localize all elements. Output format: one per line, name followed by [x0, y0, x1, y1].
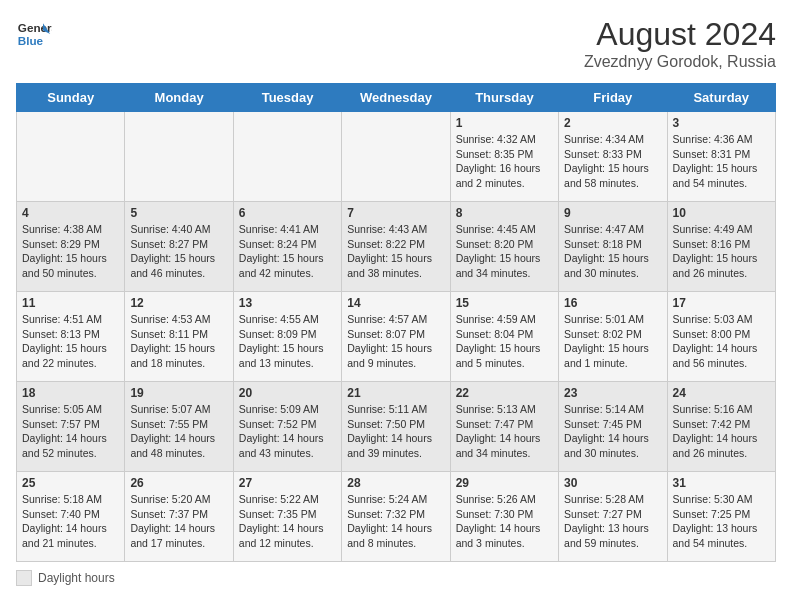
- day-header-tuesday: Tuesday: [233, 84, 341, 112]
- day-header-saturday: Saturday: [667, 84, 775, 112]
- day-info: Sunrise: 4:47 AM Sunset: 8:18 PM Dayligh…: [564, 222, 661, 281]
- week-row: 1Sunrise: 4:32 AM Sunset: 8:35 PM Daylig…: [17, 112, 776, 202]
- day-info: Sunrise: 5:01 AM Sunset: 8:02 PM Dayligh…: [564, 312, 661, 371]
- day-cell: 15Sunrise: 4:59 AM Sunset: 8:04 PM Dayli…: [450, 292, 558, 382]
- calendar-header: SundayMondayTuesdayWednesdayThursdayFrid…: [17, 84, 776, 112]
- day-cell: 10Sunrise: 4:49 AM Sunset: 8:16 PM Dayli…: [667, 202, 775, 292]
- footer: Daylight hours: [16, 570, 776, 586]
- day-number: 14: [347, 296, 444, 310]
- day-header-friday: Friday: [559, 84, 667, 112]
- day-number: 6: [239, 206, 336, 220]
- day-cell: 1Sunrise: 4:32 AM Sunset: 8:35 PM Daylig…: [450, 112, 558, 202]
- day-info: Sunrise: 4:51 AM Sunset: 8:13 PM Dayligh…: [22, 312, 119, 371]
- day-cell: 6Sunrise: 4:41 AM Sunset: 8:24 PM Daylig…: [233, 202, 341, 292]
- calendar-body: 1Sunrise: 4:32 AM Sunset: 8:35 PM Daylig…: [17, 112, 776, 562]
- day-cell: 14Sunrise: 4:57 AM Sunset: 8:07 PM Dayli…: [342, 292, 450, 382]
- day-info: Sunrise: 4:57 AM Sunset: 8:07 PM Dayligh…: [347, 312, 444, 371]
- day-cell: 24Sunrise: 5:16 AM Sunset: 7:42 PM Dayli…: [667, 382, 775, 472]
- day-cell: 7Sunrise: 4:43 AM Sunset: 8:22 PM Daylig…: [342, 202, 450, 292]
- day-number: 16: [564, 296, 661, 310]
- day-cell: 9Sunrise: 4:47 AM Sunset: 8:18 PM Daylig…: [559, 202, 667, 292]
- day-cell: 29Sunrise: 5:26 AM Sunset: 7:30 PM Dayli…: [450, 472, 558, 562]
- day-number: 31: [673, 476, 770, 490]
- day-cell: 11Sunrise: 4:51 AM Sunset: 8:13 PM Dayli…: [17, 292, 125, 382]
- day-cell: 4Sunrise: 4:38 AM Sunset: 8:29 PM Daylig…: [17, 202, 125, 292]
- day-cell: 31Sunrise: 5:30 AM Sunset: 7:25 PM Dayli…: [667, 472, 775, 562]
- header-row: SundayMondayTuesdayWednesdayThursdayFrid…: [17, 84, 776, 112]
- day-cell: 23Sunrise: 5:14 AM Sunset: 7:45 PM Dayli…: [559, 382, 667, 472]
- logo-icon: General Blue: [16, 16, 52, 52]
- day-cell: 28Sunrise: 5:24 AM Sunset: 7:32 PM Dayli…: [342, 472, 450, 562]
- day-info: Sunrise: 5:28 AM Sunset: 7:27 PM Dayligh…: [564, 492, 661, 551]
- day-cell: [342, 112, 450, 202]
- day-cell: [17, 112, 125, 202]
- day-cell: 5Sunrise: 4:40 AM Sunset: 8:27 PM Daylig…: [125, 202, 233, 292]
- day-info: Sunrise: 4:43 AM Sunset: 8:22 PM Dayligh…: [347, 222, 444, 281]
- calendar-table: SundayMondayTuesdayWednesdayThursdayFrid…: [16, 83, 776, 562]
- day-cell: 8Sunrise: 4:45 AM Sunset: 8:20 PM Daylig…: [450, 202, 558, 292]
- main-title: August 2024: [584, 16, 776, 53]
- day-cell: 18Sunrise: 5:05 AM Sunset: 7:57 PM Dayli…: [17, 382, 125, 472]
- day-info: Sunrise: 5:14 AM Sunset: 7:45 PM Dayligh…: [564, 402, 661, 461]
- day-cell: 16Sunrise: 5:01 AM Sunset: 8:02 PM Dayli…: [559, 292, 667, 382]
- day-info: Sunrise: 5:16 AM Sunset: 7:42 PM Dayligh…: [673, 402, 770, 461]
- day-info: Sunrise: 4:55 AM Sunset: 8:09 PM Dayligh…: [239, 312, 336, 371]
- day-cell: 25Sunrise: 5:18 AM Sunset: 7:40 PM Dayli…: [17, 472, 125, 562]
- day-number: 5: [130, 206, 227, 220]
- day-cell: 21Sunrise: 5:11 AM Sunset: 7:50 PM Dayli…: [342, 382, 450, 472]
- title-area: August 2024 Zvezdnyy Gorodok, Russia: [584, 16, 776, 71]
- day-number: 12: [130, 296, 227, 310]
- day-number: 10: [673, 206, 770, 220]
- day-number: 27: [239, 476, 336, 490]
- day-info: Sunrise: 5:18 AM Sunset: 7:40 PM Dayligh…: [22, 492, 119, 551]
- day-number: 1: [456, 116, 553, 130]
- week-row: 25Sunrise: 5:18 AM Sunset: 7:40 PM Dayli…: [17, 472, 776, 562]
- day-number: 23: [564, 386, 661, 400]
- day-number: 22: [456, 386, 553, 400]
- day-cell: [125, 112, 233, 202]
- header: General Blue August 2024 Zvezdnyy Gorodo…: [16, 16, 776, 71]
- day-cell: 2Sunrise: 4:34 AM Sunset: 8:33 PM Daylig…: [559, 112, 667, 202]
- day-info: Sunrise: 4:59 AM Sunset: 8:04 PM Dayligh…: [456, 312, 553, 371]
- day-cell: 13Sunrise: 4:55 AM Sunset: 8:09 PM Dayli…: [233, 292, 341, 382]
- logo: General Blue: [16, 16, 52, 52]
- day-number: 15: [456, 296, 553, 310]
- day-number: 19: [130, 386, 227, 400]
- day-info: Sunrise: 4:36 AM Sunset: 8:31 PM Dayligh…: [673, 132, 770, 191]
- day-number: 18: [22, 386, 119, 400]
- day-cell: 22Sunrise: 5:13 AM Sunset: 7:47 PM Dayli…: [450, 382, 558, 472]
- day-number: 7: [347, 206, 444, 220]
- day-info: Sunrise: 4:45 AM Sunset: 8:20 PM Dayligh…: [456, 222, 553, 281]
- day-cell: 19Sunrise: 5:07 AM Sunset: 7:55 PM Dayli…: [125, 382, 233, 472]
- day-number: 20: [239, 386, 336, 400]
- day-number: 9: [564, 206, 661, 220]
- day-info: Sunrise: 5:30 AM Sunset: 7:25 PM Dayligh…: [673, 492, 770, 551]
- day-cell: 17Sunrise: 5:03 AM Sunset: 8:00 PM Dayli…: [667, 292, 775, 382]
- day-header-sunday: Sunday: [17, 84, 125, 112]
- day-number: 4: [22, 206, 119, 220]
- daylight-box: [16, 570, 32, 586]
- day-info: Sunrise: 5:20 AM Sunset: 7:37 PM Dayligh…: [130, 492, 227, 551]
- day-cell: [233, 112, 341, 202]
- day-number: 28: [347, 476, 444, 490]
- day-number: 30: [564, 476, 661, 490]
- day-info: Sunrise: 4:49 AM Sunset: 8:16 PM Dayligh…: [673, 222, 770, 281]
- day-cell: 12Sunrise: 4:53 AM Sunset: 8:11 PM Dayli…: [125, 292, 233, 382]
- day-number: 24: [673, 386, 770, 400]
- week-row: 18Sunrise: 5:05 AM Sunset: 7:57 PM Dayli…: [17, 382, 776, 472]
- day-cell: 3Sunrise: 4:36 AM Sunset: 8:31 PM Daylig…: [667, 112, 775, 202]
- day-header-wednesday: Wednesday: [342, 84, 450, 112]
- day-info: Sunrise: 5:09 AM Sunset: 7:52 PM Dayligh…: [239, 402, 336, 461]
- daylight-label: Daylight hours: [38, 571, 115, 585]
- day-info: Sunrise: 4:40 AM Sunset: 8:27 PM Dayligh…: [130, 222, 227, 281]
- day-info: Sunrise: 4:34 AM Sunset: 8:33 PM Dayligh…: [564, 132, 661, 191]
- day-header-thursday: Thursday: [450, 84, 558, 112]
- day-info: Sunrise: 5:13 AM Sunset: 7:47 PM Dayligh…: [456, 402, 553, 461]
- day-number: 17: [673, 296, 770, 310]
- week-row: 11Sunrise: 4:51 AM Sunset: 8:13 PM Dayli…: [17, 292, 776, 382]
- day-info: Sunrise: 4:32 AM Sunset: 8:35 PM Dayligh…: [456, 132, 553, 191]
- day-number: 11: [22, 296, 119, 310]
- day-info: Sunrise: 4:53 AM Sunset: 8:11 PM Dayligh…: [130, 312, 227, 371]
- day-info: Sunrise: 5:03 AM Sunset: 8:00 PM Dayligh…: [673, 312, 770, 371]
- day-number: 2: [564, 116, 661, 130]
